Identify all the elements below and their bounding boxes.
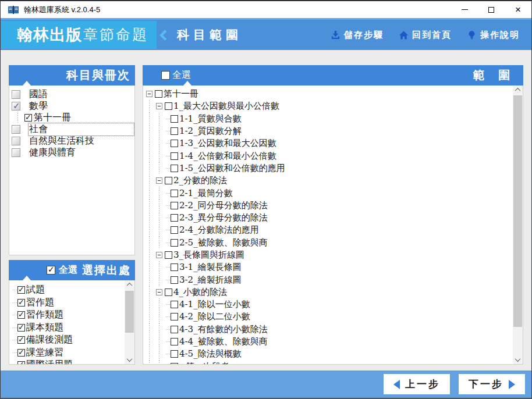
tree-row[interactable]: 3_長條圖與折線圖	[143, 249, 523, 261]
tree-label[interactable]: 4-4_被除數、除數與商	[179, 336, 268, 347]
subject-label[interactable]: 社會	[29, 123, 48, 134]
tree-row[interactable]: 1-5_公因數和公倍數的應用	[143, 162, 523, 174]
tree-checkbox[interactable]	[171, 214, 178, 222]
subject-checkbox[interactable]	[12, 102, 20, 111]
subject-row[interactable]: 數學	[9, 100, 134, 112]
subject-label[interactable]: 第十一冊	[34, 112, 71, 123]
tree-row[interactable]: 2-4_分數除法的應用	[143, 224, 523, 236]
tree-row[interactable]: ▲第一次段考	[143, 361, 523, 365]
tree-row[interactable]: 4-2_除以二位小數	[143, 311, 523, 323]
minimize-button[interactable]	[451, 1, 478, 18]
source-checkbox[interactable]	[17, 336, 25, 344]
sources-scrollbar-thumb[interactable]	[125, 291, 134, 333]
tree-checkbox[interactable]	[171, 152, 178, 160]
source-label[interactable]: 課本類題	[26, 322, 63, 334]
source-label[interactable]: 習作題	[26, 297, 54, 309]
tree-expander-icon[interactable]	[156, 177, 162, 184]
tree-row[interactable]: 1-1_質數與合數	[143, 113, 523, 125]
subject-label[interactable]: 數學	[29, 100, 48, 111]
tree-label[interactable]: 2-3_異分母分數的除法	[179, 212, 268, 223]
tree-row[interactable]: 4-4_被除數、除數與商	[143, 336, 523, 348]
tree-label[interactable]: 1-1_質數與合數	[179, 113, 242, 124]
subject-label[interactable]: 國語	[29, 88, 48, 99]
subject-row[interactable]: 社會	[9, 123, 134, 135]
tree-label[interactable]: 2-1_最簡分數	[179, 188, 233, 199]
tree-label[interactable]: 3-2_繪製折線圖	[179, 275, 242, 286]
subject-row[interactable]: 國語	[9, 88, 134, 100]
source-checkbox[interactable]	[17, 349, 25, 357]
tree-checkbox[interactable]	[171, 165, 178, 172]
scope-scrollbar-thumb[interactable]	[513, 95, 522, 327]
scope-select-all-checkbox[interactable]	[161, 71, 170, 80]
source-row[interactable]: 習作類題	[9, 309, 134, 322]
tree-expander-icon[interactable]	[146, 91, 152, 97]
source-row[interactable]: 課本類題	[9, 322, 134, 334]
tree-label[interactable]: 1_最大公因數與最小公倍數	[173, 101, 279, 112]
tree-label[interactable]: 4-2_除以二位小數	[179, 311, 250, 322]
scope-scrollbar[interactable]	[513, 86, 523, 364]
tree-label[interactable]: ▲第一次段考	[179, 361, 230, 365]
subject-row[interactable]: 第十一冊	[9, 112, 134, 123]
tree-label[interactable]: 第十一冊	[164, 88, 198, 99]
tree-checkbox[interactable]	[171, 313, 178, 320]
scroll-down-arrow-icon[interactable]	[513, 355, 523, 364]
tree-label[interactable]: 1-4_公倍數和最小公倍數	[179, 151, 276, 162]
source-row[interactable]: 習作題	[9, 297, 134, 309]
tree-checkbox[interactable]	[165, 177, 172, 184]
tree-expander-icon[interactable]	[156, 252, 162, 258]
tree-checkbox[interactable]	[171, 226, 178, 234]
tree-checkbox[interactable]	[171, 127, 178, 135]
source-checkbox[interactable]	[17, 286, 25, 294]
scroll-up-arrow-icon[interactable]	[513, 86, 523, 94]
tree-checkbox[interactable]	[171, 140, 178, 147]
source-checkbox[interactable]	[17, 361, 25, 365]
tree-row[interactable]: 3-2_繪製折線圖	[143, 273, 523, 286]
source-row[interactable]: 國際活用題	[9, 359, 134, 365]
scroll-down-arrow-icon[interactable]	[125, 355, 134, 364]
next-step-button[interactable]: 下一步	[459, 374, 525, 394]
tree-label[interactable]: 1-2_質因數分解	[179, 126, 242, 137]
tree-row[interactable]: 4-3_有餘數的小數除法	[143, 323, 523, 336]
source-checkbox[interactable]	[17, 299, 25, 307]
tree-label[interactable]: 4-1_除以一位小數	[179, 299, 250, 310]
subject-checkbox[interactable]	[24, 114, 32, 122]
sources-select-all-checkbox[interactable]	[47, 266, 55, 275]
scope-select-all-label[interactable]: 全選	[172, 69, 191, 81]
tree-row[interactable]: 1_最大公因數與最小公倍數	[143, 100, 523, 112]
close-button[interactable]: ×	[505, 1, 531, 18]
subject-row[interactable]: 健康與體育	[9, 147, 134, 158]
tree-checkbox[interactable]	[165, 251, 172, 259]
tree-label[interactable]: 2-4_分數除法的應用	[179, 225, 259, 236]
tree-row[interactable]: 2-5_被除數、除數與商	[143, 237, 523, 249]
tree-row[interactable]: 2_分數的除法	[143, 174, 523, 187]
tree-checkbox[interactable]	[171, 326, 178, 333]
sources-scrollbar[interactable]	[125, 280, 134, 364]
tree-checkbox[interactable]	[171, 115, 178, 123]
tree-expander-icon[interactable]	[156, 289, 162, 295]
tree-label[interactable]: 4_小數的除法	[173, 287, 227, 298]
tree-label[interactable]: 2_分數的除法	[173, 175, 227, 186]
subject-label[interactable]: 健康與體育	[29, 147, 76, 158]
tree-checkbox[interactable]	[171, 263, 178, 271]
previous-step-button[interactable]: 上一步	[384, 374, 450, 394]
maximize-button[interactable]	[478, 1, 505, 18]
tree-label[interactable]: 1-3_公因數和最大公因數	[179, 138, 276, 149]
subject-checkbox[interactable]	[12, 90, 20, 99]
save-steps-button[interactable]: 儲存步驟	[331, 30, 384, 41]
tree-label[interactable]: 1-5_公因數和公倍數的應用	[179, 163, 285, 174]
tree-label[interactable]: 2-5_被除數、除數與商	[179, 237, 268, 248]
scroll-up-arrow-icon[interactable]	[125, 280, 134, 289]
source-checkbox[interactable]	[17, 311, 25, 319]
tree-checkbox[interactable]	[171, 190, 178, 197]
tree-checkbox[interactable]	[171, 363, 178, 365]
tree-row[interactable]: 2-3_異分母分數的除法	[143, 212, 523, 224]
home-button[interactable]: 回到首頁	[399, 30, 452, 41]
tree-row[interactable]: 4_小數的除法	[143, 286, 523, 298]
source-label[interactable]: 課堂練習	[26, 347, 63, 359]
tree-row[interactable]: 第十一冊	[143, 88, 523, 100]
tree-row[interactable]: 2-2_同分母分數的除法	[143, 200, 523, 212]
tree-checkbox[interactable]	[171, 239, 178, 247]
tree-checkbox[interactable]	[171, 301, 178, 308]
tree-label[interactable]: 3_長條圖與折線圖	[173, 250, 244, 261]
tree-label[interactable]: 2-2_同分母分數的除法	[179, 200, 268, 211]
